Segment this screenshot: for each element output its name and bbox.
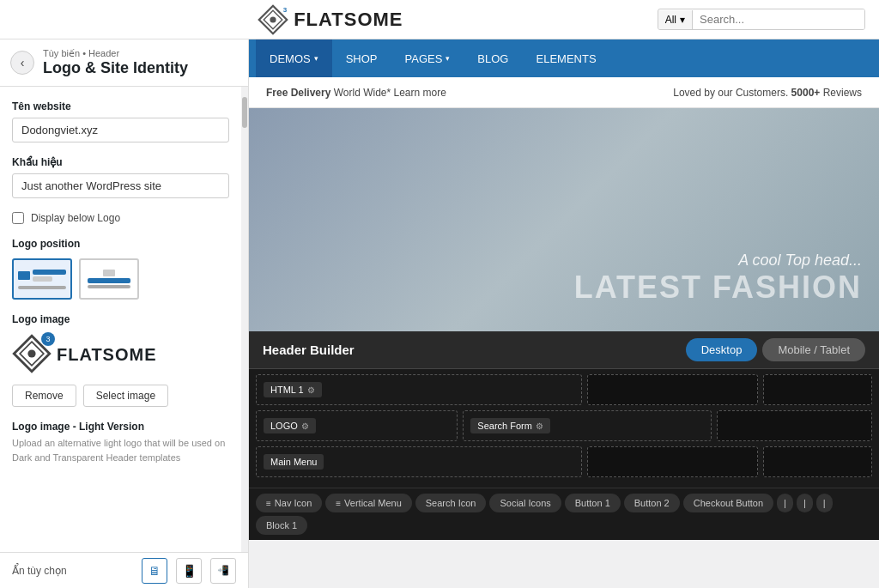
toolbar-vertical-menu-label: Vertical Menu: [344, 498, 402, 508]
logo-preview-text: FLATSOME: [57, 345, 157, 365]
website-name-field-group: Tên website: [12, 100, 229, 142]
header-builder-panel: Header Builder Desktop Mobile / Tablet H…: [249, 331, 879, 540]
desktop-icon-btn[interactable]: 🖥: [142, 558, 167, 584]
chevron-down-icon: ▾: [680, 14, 685, 26]
desktop-icon: 🖥: [149, 564, 161, 578]
builder-cell-row3-right: [763, 446, 872, 477]
logo-actions: Remove Select image: [12, 385, 229, 407]
logo-position-label: Logo position: [12, 238, 229, 250]
nav-item-elements[interactable]: ELEMENTS: [522, 39, 609, 77]
html1-gear-icon: ⚙: [307, 385, 315, 395]
search-input[interactable]: [693, 9, 864, 29]
toolbar-nav-icon[interactable]: ≡ Nav Icon: [256, 494, 322, 512]
logo-image-label: Logo image: [12, 313, 229, 325]
toolbar-search-icon[interactable]: Search Icon: [415, 494, 487, 512]
nav-item-pages-label: PAGES: [405, 52, 443, 65]
nav-item-demos-label: DEMOS: [270, 52, 311, 65]
toolbar-social-icons[interactable]: Social Icons: [489, 494, 561, 512]
sidebar-header-info: Tùy biến • Header Logo & Site Identity: [43, 48, 188, 77]
logo-position-group: Logo position: [12, 238, 229, 300]
back-button[interactable]: ‹: [10, 51, 34, 75]
promo-right: Loved by our Customers. 5000+ Reviews: [673, 87, 862, 99]
nav-icon-menu-icon: ≡: [266, 499, 271, 508]
tagline-input[interactable]: [12, 173, 229, 198]
pos-center-icon: [85, 270, 133, 288]
logo-position-options: [12, 258, 229, 300]
display-below-logo-label[interactable]: Display below Logo: [31, 212, 120, 224]
logo-position-left[interactable]: [12, 258, 72, 300]
logo-tag[interactable]: LOGO ⚙: [264, 418, 316, 433]
search-dropdown[interactable]: All ▾: [658, 10, 693, 29]
display-below-logo-checkbox[interactable]: [12, 212, 24, 224]
logo-preview: 3 FLATSOME: [12, 334, 229, 376]
website-name-input[interactable]: [12, 118, 229, 142]
promo-bar: Free Delivery World Wide* Learn more Lov…: [249, 77, 879, 108]
main-menu-tag[interactable]: Main Menu: [264, 454, 324, 470]
pos-left-icon: [18, 270, 66, 289]
toolbar-social-icons-label: Social Icons: [500, 498, 550, 508]
top-bar: 3 FLATSOME All ▾: [0, 0, 879, 39]
logo-diamond-icon: 3: [258, 4, 288, 35]
toolbar-vertical-menu[interactable]: ≡ Vertical Menu: [325, 494, 412, 512]
builder-row-3: Main Menu: [256, 446, 872, 477]
search-area: All ▾: [658, 9, 865, 30]
nav-item-elements-label: ELEMENTS: [536, 52, 596, 65]
builder-cell-row3-mid: [587, 446, 758, 477]
search-form-gear-icon: ⚙: [536, 421, 543, 431]
logo-text: FLATSOME: [294, 9, 403, 31]
remove-logo-button[interactable]: Remove: [12, 385, 76, 407]
light-logo-desc: Upload an alternative light logo that wi…: [12, 436, 229, 464]
sidebar: ‹ Tùy biến • Header Logo & Site Identity…: [0, 39, 249, 588]
builder-content: HTML 1 ⚙ LOGO ⚙: [249, 369, 879, 488]
toolbar-block1[interactable]: Block 1: [256, 516, 307, 535]
logo-position-center[interactable]: [79, 258, 139, 300]
nav-item-blog-label: BLOG: [477, 52, 508, 65]
nav-item-demos[interactable]: DEMOS ▾: [256, 39, 332, 77]
hidden-options-label: Ẩn tùy chọn: [12, 565, 67, 577]
search-form-tag[interactable]: Search Form ⚙: [470, 418, 550, 433]
site-nav: DEMOS ▾ SHOP PAGES ▾ BLOG ELEMENTS: [249, 39, 879, 77]
toolbar-button1[interactable]: Button 1: [565, 494, 621, 512]
sidebar-footer: Ẩn tùy chọn 🖥 📱 📲: [0, 552, 248, 588]
desktop-view-button[interactable]: Desktop: [686, 338, 758, 361]
site-logo-area: 3 FLATSOME: [14, 4, 647, 35]
website-name-label: Tên website: [12, 100, 229, 112]
tablet-icon-btn[interactable]: 📱: [176, 558, 202, 584]
hero-main-text: LATEST FASHION: [574, 270, 862, 306]
nav-item-pages[interactable]: PAGES ▾: [391, 39, 464, 77]
main-menu-label: Main Menu: [270, 457, 317, 467]
pages-caret-icon: ▾: [446, 54, 450, 63]
bottom-toolbar: ≡ Nav Icon ≡ Vertical Menu Search Icon S…: [249, 488, 879, 540]
nav-item-shop[interactable]: SHOP: [332, 39, 391, 77]
toolbar-checkout-button-label: Checkout Button: [694, 498, 763, 508]
nav-item-shop-label: SHOP: [346, 52, 378, 65]
header-builder-bar: Header Builder Desktop Mobile / Tablet: [249, 331, 879, 369]
search-dropdown-label: All: [665, 14, 676, 26]
breadcrumb: Tùy biến • Header: [43, 48, 188, 59]
builder-buttons: Desktop Mobile / Tablet: [686, 338, 865, 361]
display-below-logo-row: Display below Logo: [12, 212, 229, 224]
hero-text-area: A cool Top head... LATEST FASHION: [574, 252, 862, 306]
hero-area: A cool Top head... LATEST FASHION: [249, 108, 879, 331]
builder-cell-row1-mid: [587, 374, 758, 405]
mobile-tablet-view-button[interactable]: Mobile / Tablet: [762, 338, 865, 361]
sidebar-title: Logo & Site Identity: [43, 59, 188, 77]
sidebar-scrollbar[interactable]: [241, 87, 248, 552]
toolbar-button1-label: Button 1: [575, 498, 610, 508]
toolbar-sep2[interactable]: |: [797, 494, 813, 512]
logo-image-section: Logo image 3 FLATSOME: [12, 313, 229, 407]
mobile-icon-btn[interactable]: 📲: [210, 558, 236, 584]
html1-tag[interactable]: HTML 1 ⚙: [264, 382, 322, 397]
light-logo-section: Logo image - Light Version Upload an alt…: [12, 421, 229, 464]
toolbar-button2[interactable]: Button 2: [624, 494, 680, 512]
light-logo-title: Logo image - Light Version: [12, 421, 229, 433]
nav-item-blog[interactable]: BLOG: [464, 39, 522, 77]
tablet-icon: 📱: [182, 564, 197, 578]
select-image-button[interactable]: Select image: [83, 385, 168, 407]
toolbar-sep3[interactable]: |: [816, 494, 833, 512]
toolbar-checkout-button[interactable]: Checkout Button: [683, 494, 773, 512]
toolbar-sep1[interactable]: |: [777, 494, 793, 512]
sidebar-content: Tên website Khẩu hiệu Display below Logo…: [0, 87, 241, 552]
demos-caret-icon: ▾: [314, 54, 318, 63]
builder-row-2: LOGO ⚙ Search Form ⚙: [256, 410, 872, 441]
